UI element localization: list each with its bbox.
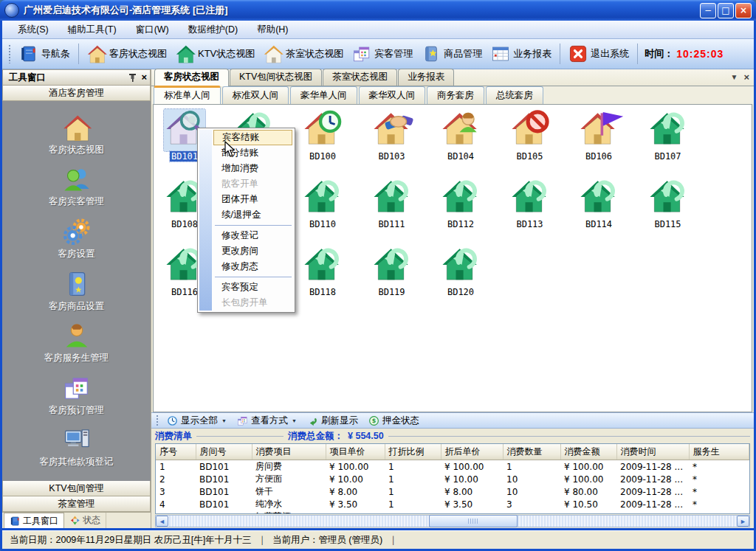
show-all-button[interactable]: 显示全部▼ (162, 414, 231, 428)
tab-deluxe-double[interactable]: 豪华双人间 (359, 86, 426, 104)
room-BD111[interactable]: BD111 (360, 177, 424, 229)
table-row[interactable]: 3BD101饼干¥ 8.001¥ 8.0010¥ 80.002009-11-28… (156, 485, 749, 498)
column-header-2[interactable]: 消费项目 (252, 444, 326, 460)
room-BD103[interactable]: BD103 (360, 109, 424, 162)
close-button[interactable]: × (735, 3, 752, 18)
sidebar-room-settings[interactable]: 客房设置 (58, 218, 95, 260)
table-row[interactable]: 1BD101房间费¥ 100.001¥ 100.001¥ 100.002009-… (156, 460, 749, 474)
tab-room-status-view[interactable]: 客房状态视图 (154, 69, 229, 86)
room-BD112[interactable]: BD112 (429, 177, 492, 229)
scrollbar-thumb[interactable] (429, 515, 518, 527)
tab-presidential-suite[interactable]: 总统套房 (486, 86, 543, 104)
column-header-1[interactable]: 房间号 (196, 444, 252, 460)
tab-tea-status-view[interactable]: 茶室状态视图 (323, 69, 397, 86)
view-toolbar-grip[interactable] (156, 415, 159, 426)
ctx-group-open-bill[interactable]: 团体开单 (213, 192, 293, 207)
toolbar-separator (560, 44, 560, 64)
nav-bar-button[interactable]: 导航条 (15, 42, 75, 66)
column-header-5[interactable]: 折后单价 (441, 444, 503, 460)
group-tea-mgmt[interactable]: 茶室管理 (2, 496, 151, 512)
sidebar-room-waiter-mgmt[interactable]: 客房服务生管理 (44, 322, 109, 364)
goods-mgmt-button[interactable]: 商品管理 (417, 42, 487, 66)
room-BD100[interactable]: BD100 (291, 109, 354, 162)
room-label: BD114 (567, 219, 630, 229)
maximize-button[interactable]: □ (718, 3, 734, 18)
ctx-guest-booking[interactable]: 宾客预定 (213, 280, 293, 295)
horizontal-scrollbar[interactable]: ◄ ► (155, 515, 750, 527)
ctx-change-room[interactable]: 更改房间 (213, 243, 293, 259)
tab-deluxe-single[interactable]: 豪华单人间 (290, 86, 357, 104)
dropdown-arrow-icon[interactable]: ▼ (221, 418, 227, 423)
table-row[interactable]: 4BD101纯净水¥ 3.501¥ 3.503¥ 10.502009-11-28… (156, 498, 749, 510)
tab-business-report[interactable]: 业务报表 (398, 69, 454, 86)
tab-list-dropdown-icon[interactable]: ▼ (731, 72, 738, 83)
room-BD114[interactable]: BD114 (567, 177, 630, 229)
menu-system[interactable]: 系统(S) (8, 21, 58, 38)
table-row[interactable]: 2BD101方便面¥ 10.001¥ 10.0010¥ 100.002009-1… (156, 473, 749, 485)
waiter-icon (63, 322, 91, 350)
ctx-add-consumption[interactable]: 增加消费 (213, 161, 293, 176)
room-BD106[interactable]: BD106 (567, 109, 630, 162)
menu-window[interactable]: 窗口(W) (126, 21, 179, 38)
ktv-status-view-button[interactable]: KTV状态视图 (171, 42, 259, 66)
scroll-left-icon[interactable]: ◄ (156, 516, 168, 527)
column-header-9[interactable]: 服务生 (689, 444, 749, 460)
room-BD118[interactable]: BD118 (291, 245, 354, 297)
deposit-status-button[interactable]: $押金状态 (364, 414, 424, 428)
dropdown-arrow-icon[interactable]: ▼ (292, 418, 297, 423)
refresh-button[interactable]: 刷新显示 (303, 414, 362, 428)
sidebar-room-booking-mgmt[interactable]: 客房预订管理 (49, 374, 104, 417)
tea-status-view-button[interactable]: 茶室状态视图 (259, 42, 348, 66)
room-BD107[interactable]: BD107 (636, 109, 700, 162)
menu-data-maintenance[interactable]: 数据维护(D) (179, 21, 247, 38)
room-BD120[interactable]: BD120 (429, 245, 492, 297)
sidebar-room-other-payments[interactable]: 客房其他款项登记 (40, 426, 114, 468)
column-header-7[interactable]: 消费金额 (560, 444, 616, 460)
exit-system-button[interactable]: 退出系统 (564, 42, 633, 66)
table-row[interactable]: 5BD101红葡萄酒¥ 88.001¥ 88.003¥ 264.002009-1… (156, 510, 749, 514)
room-status-icon (509, 109, 551, 151)
tab-business-suite[interactable]: 商务套房 (427, 86, 484, 104)
column-header-8[interactable]: 消费时间 (616, 444, 689, 460)
business-report-button[interactable]: 业务报表 (487, 42, 556, 66)
ctx-renew-refund-deposit[interactable]: 续/退押金 (213, 207, 293, 223)
group-hotel-room-mgmt[interactable]: 酒店客房管理 (2, 86, 151, 101)
ctx-partial-checkout[interactable]: 部分结账 (213, 145, 293, 161)
tab-ktv-status-view[interactable]: KTV包间状态视图 (230, 69, 322, 86)
room-BD105[interactable]: BD105 (498, 109, 562, 162)
scroll-right-icon[interactable]: ► (737, 516, 749, 527)
status-separator: ｜ (388, 534, 397, 547)
minimize-button[interactable]: − (700, 3, 716, 18)
menu-aux-tools[interactable]: 辅助工具(T) (58, 21, 126, 38)
tab-tool-window[interactable]: 工具窗口 (4, 513, 64, 528)
column-header-0[interactable]: 序号 (156, 444, 196, 460)
column-header-4[interactable]: 打折比例 (385, 444, 441, 460)
room-BD104[interactable]: BD104 (429, 109, 492, 162)
tool-window-sidebar: 工具窗口 × 酒店客房管理 客房状态视图客房宾客管理客房设置客房商品设置客房服务… (2, 69, 151, 528)
room-status-view-button[interactable]: 客房状态视图 (83, 42, 171, 66)
sidebar-room-guest-mgmt[interactable]: 客房宾客管理 (49, 165, 104, 208)
room-BD110[interactable]: BD110 (291, 177, 354, 229)
room-BD119[interactable]: BD119 (360, 245, 424, 297)
ctx-longterm-open-bill: 长包房开单 (213, 295, 293, 311)
toolbar-grip[interactable] (8, 44, 12, 63)
guest-mgmt-button[interactable]: 宾客管理 (348, 42, 417, 66)
tab-standard-double[interactable]: 标准双人间 (222, 86, 289, 104)
ctx-guest-checkout[interactable]: 宾客结账 (213, 130, 292, 145)
room-BD115[interactable]: BD115 (636, 177, 700, 229)
column-header-3[interactable]: 项目单价 (326, 444, 385, 460)
group-ktv-mgmt[interactable]: KTV包间管理 (2, 481, 151, 496)
column-header-6[interactable]: 消费数量 (503, 444, 560, 460)
view-mode-button[interactable]: 查看方式▼ (233, 414, 301, 428)
tool-window-close-icon[interactable]: × (141, 73, 147, 82)
ctx-change-room-status[interactable]: 修改房态 (213, 259, 293, 274)
tab-close-icon[interactable]: × (743, 72, 749, 83)
tab-status[interactable]: 状态 (64, 513, 106, 528)
ctx-modify-registration[interactable]: 修改登记 (213, 228, 293, 243)
menu-help[interactable]: 帮助(H) (247, 21, 298, 38)
room-BD113[interactable]: BD113 (498, 177, 562, 229)
tab-standard-single[interactable]: 标准单人间 (154, 86, 221, 104)
pin-icon[interactable] (128, 73, 137, 83)
sidebar-room-status-view[interactable]: 客房状态视图 (49, 114, 104, 156)
sidebar-room-goods-settings[interactable]: 客房商品设置 (49, 270, 104, 313)
